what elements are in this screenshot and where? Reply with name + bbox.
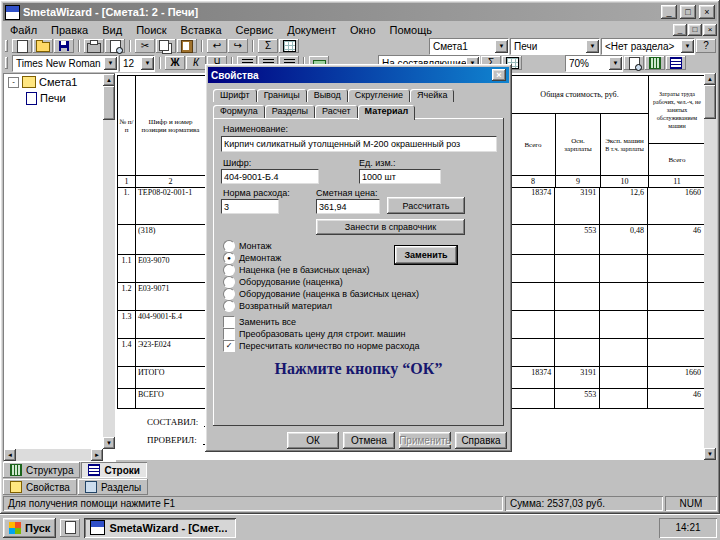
maximize-button[interactable]: □ <box>680 5 696 19</box>
cell-value[interactable] <box>648 339 704 367</box>
radio-return-material[interactable]: Возвратный материал <box>223 300 332 312</box>
copy-icon[interactable] <box>156 39 176 53</box>
cell-code[interactable]: Э23-Е024 <box>136 339 206 367</box>
code-field[interactable] <box>221 169 319 184</box>
cell-num[interactable] <box>118 389 136 409</box>
radio-montazh[interactable]: Монтаж <box>223 240 272 252</box>
price-field[interactable] <box>316 199 380 214</box>
cell-num[interactable] <box>118 225 136 255</box>
help-icon[interactable]: ? <box>696 39 716 53</box>
calculate-button[interactable]: Рассчитать <box>387 197 465 214</box>
cell-value[interactable]: 1660 <box>648 367 704 389</box>
ok-button[interactable]: ОК <box>287 432 339 449</box>
check-convert-price[interactable]: Преобразовать цену для строит. машин <box>223 328 405 340</box>
structure-icon[interactable] <box>645 56 665 70</box>
menu-insert[interactable]: Вставка <box>174 23 229 37</box>
chevron-down-icon[interactable]: ▼ <box>141 57 154 70</box>
cell-code[interactable]: Е03-9071 <box>136 283 206 311</box>
unit-field[interactable] <box>359 169 441 184</box>
cell-code[interactable]: (318) <box>136 225 206 255</box>
cell-num[interactable] <box>118 367 136 389</box>
print-preview-icon[interactable] <box>105 39 125 53</box>
check-recalc-quantity[interactable]: ✓ Пересчитать количество по норме расход… <box>223 340 419 352</box>
cell-value[interactable]: 1660 <box>648 187 704 225</box>
check-replace-all[interactable]: Заменить все <box>223 316 296 328</box>
cell-value[interactable]: 553 <box>555 225 600 255</box>
cell-code[interactable]: ВСЕГО <box>136 389 206 409</box>
cell-value[interactable] <box>600 339 648 367</box>
help-button[interactable]: Справка <box>455 432 507 449</box>
save-icon[interactable] <box>54 39 74 53</box>
cell-value[interactable] <box>510 339 555 367</box>
cancel-button[interactable]: Отмена <box>343 432 395 449</box>
tree-horizontal-scrollbar[interactable]: ◄ ► <box>4 449 103 461</box>
start-button[interactable]: Пуск <box>3 518 56 538</box>
mdi-minimize-button[interactable]: _ <box>673 24 687 36</box>
chevron-down-icon[interactable]: ▼ <box>681 40 694 53</box>
scroll-right-icon[interactable]: ► <box>91 449 103 461</box>
cell-value[interactable] <box>600 311 648 339</box>
dialog-close-icon[interactable]: × <box>492 69 506 81</box>
sum-icon[interactable]: Σ <box>258 39 278 53</box>
cell-num[interactable]: 1.3 <box>118 311 136 339</box>
print-icon[interactable] <box>84 39 104 53</box>
radio-nacenka[interactable]: Наценка (не в базисных ценах) <box>223 264 369 276</box>
store-to-reference-button[interactable]: Занести в справочник <box>316 219 465 235</box>
tab-properties[interactable]: Свойства <box>3 479 77 495</box>
scrollbar-thumb[interactable] <box>103 86 115 120</box>
redo-icon[interactable]: ↪ <box>228 39 248 53</box>
cell-value[interactable]: 46 <box>648 225 704 255</box>
cell-value[interactable]: 12,6 <box>600 187 648 225</box>
apply-button[interactable]: Применить <box>399 432 451 449</box>
scroll-up-icon[interactable]: ▲ <box>103 74 115 86</box>
cell-code[interactable]: 404-9001-Б.4 <box>136 311 206 339</box>
document-vertical-scrollbar[interactable]: ▲ ▼ <box>704 73 717 460</box>
table-icon[interactable] <box>279 39 299 53</box>
cell-code[interactable]: ИТОГО <box>136 367 206 389</box>
cell-value[interactable] <box>510 311 555 339</box>
scroll-up-icon[interactable]: ▲ <box>704 73 716 85</box>
minimize-button[interactable]: _ <box>661 5 677 19</box>
bold-icon[interactable]: Ж <box>165 56 185 70</box>
tab-sections[interactable]: Разделы <box>78 479 148 495</box>
mdi-close-button[interactable]: × <box>703 24 717 36</box>
scroll-down-icon[interactable]: ▼ <box>103 437 115 449</box>
cell-value[interactable] <box>600 367 648 389</box>
cell-value[interactable] <box>555 283 600 311</box>
cell-value[interactable] <box>555 311 600 339</box>
tab-formula[interactable]: Формула <box>213 105 265 118</box>
font-name-combo[interactable]: Times New Roman ▼ <box>12 55 118 72</box>
tab-rounding[interactable]: Скругление <box>348 89 410 102</box>
mdi-restore-button[interactable]: □ <box>688 24 702 36</box>
undo-icon[interactable]: ↩ <box>207 39 227 53</box>
close-button[interactable]: × <box>699 5 715 19</box>
cell-value[interactable]: 18374 <box>510 367 555 389</box>
chevron-down-icon[interactable]: ▼ <box>609 57 622 70</box>
italic-icon[interactable]: К <box>186 56 206 70</box>
cell-value[interactable] <box>600 283 648 311</box>
cell-value[interactable] <box>555 255 600 283</box>
cell-value[interactable] <box>510 255 555 283</box>
tree-item-chapter[interactable]: Печи <box>4 90 115 106</box>
cell-value[interactable] <box>510 225 555 255</box>
estimate-combo[interactable]: Смета1 ▼ <box>429 38 509 55</box>
radio-equipment-basis[interactable]: Оборудование (наценка в базисных ценах) <box>223 288 419 300</box>
cell-num[interactable]: 1.1 <box>118 255 136 283</box>
tab-material-active[interactable]: Материал <box>358 105 416 120</box>
tab-structure[interactable]: Структура <box>3 462 80 478</box>
tab-rows[interactable]: Строки <box>81 462 147 478</box>
cell-value[interactable] <box>648 283 704 311</box>
scrollbar-thumb[interactable] <box>704 85 716 119</box>
tab-borders[interactable]: Границы <box>257 89 307 102</box>
cell-value[interactable]: 3191 <box>555 367 600 389</box>
cell-value[interactable] <box>555 339 600 367</box>
system-tray-clock[interactable]: 14:21 <box>659 518 717 538</box>
section-combo[interactable]: <Нет раздела> ▼ <box>601 38 695 55</box>
chevron-down-icon[interactable]: ▼ <box>104 57 117 70</box>
cell-value[interactable] <box>510 389 555 409</box>
tab-calculation[interactable]: Расчет <box>315 105 358 118</box>
menu-help[interactable]: Помощь <box>383 23 440 37</box>
tab-output[interactable]: Вывод <box>307 89 348 102</box>
cell-value[interactable]: 553 <box>555 389 600 409</box>
dialog-titlebar[interactable]: Свойства × <box>208 67 509 83</box>
